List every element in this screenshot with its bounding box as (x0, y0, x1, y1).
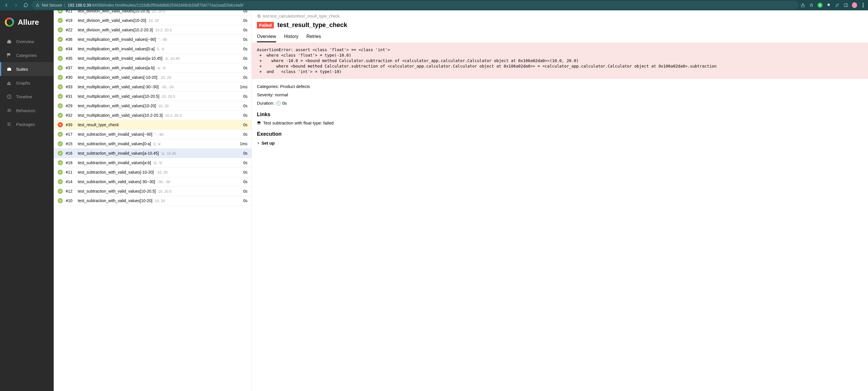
test-name: test_subtraction_with_valid_values[-30--… (78, 179, 155, 184)
status-pass-icon (58, 94, 63, 99)
execution-heading: Execution (257, 131, 863, 137)
link-item[interactable]: Test subtraction with float type: failed (257, 120, 863, 125)
sidebar-item-label: Categories (16, 53, 37, 58)
test-name: test_multiplication_with_invalid_values[… (78, 65, 155, 70)
test-duration: 0s (243, 28, 247, 32)
sidebar-item-label: Behaviors (16, 108, 35, 113)
panel-icon[interactable] (843, 3, 848, 8)
test-params: -10, 20 (156, 170, 167, 174)
test-path: test.test_calculator#test_result_type_ch… (257, 14, 863, 19)
test-list[interactable]: #21test_division_with_valid_values[10-20… (54, 10, 252, 391)
test-row[interactable]: #32test_multiplication_with_valid_values… (54, 111, 251, 120)
test-row[interactable]: #33test_multiplication_with_valid_values… (54, 82, 251, 92)
test-row[interactable]: #22test_division_with_valid_values[10.2-… (54, 25, 251, 35)
test-params: 0, 'a' (153, 142, 161, 146)
url-text: 192.168.0.39:64599/index.html#suites/115… (68, 3, 243, 7)
sidebar-item-timeline[interactable]: Timeline (0, 90, 54, 104)
share-icon[interactable] (800, 3, 805, 8)
test-row[interactable]: #34test_multiplication_with_invalid_valu… (54, 44, 251, 54)
test-number: #32 (66, 113, 75, 118)
test-number: #15 (66, 141, 75, 146)
test-row[interactable]: #15test_subtraction_with_invalid_values[… (54, 139, 251, 149)
test-number: #16 (66, 151, 75, 156)
test-number: #17 (66, 132, 75, 137)
test-row[interactable]: #21test_division_with_valid_values[10-20… (54, 10, 251, 16)
reload-button[interactable] (22, 1, 30, 9)
sidebar-item-packages[interactable]: Packages (0, 117, 54, 131)
test-name: test_multiplication_with_valid_values[10… (78, 113, 163, 118)
test-number: #33 (66, 85, 75, 89)
app-name: Allure (18, 18, 39, 27)
address-bar[interactable]: Not Secure | 192.168.0.39:64599/index.ht… (32, 1, 799, 9)
extension-leaf-icon[interactable] (835, 3, 840, 8)
test-row[interactable]: #29test_multiplication_with_valid_values… (54, 101, 251, 111)
status-pass-icon (58, 179, 63, 184)
back-button[interactable] (2, 1, 10, 9)
test-duration: 0s (243, 56, 247, 61)
test-row[interactable]: #30test_multiplication_with_valid_values… (54, 73, 251, 82)
test-duration: 0s (243, 113, 247, 118)
status-pass-icon (58, 113, 63, 118)
flag-icon (6, 53, 12, 58)
forward-button[interactable] (12, 1, 20, 9)
sidebar-item-label: Suites (16, 67, 28, 72)
status-pass-icon (58, 189, 63, 194)
test-name: test_division_with_valid_values[10-20] (78, 18, 146, 23)
test-duration: 0s (243, 94, 247, 99)
svg-point-3 (863, 3, 864, 4)
test-number: #30 (66, 75, 75, 80)
test-row[interactable]: #18test_subtraction_with_invalid_values[… (54, 158, 251, 168)
test-number: #19 (66, 18, 75, 23)
test-row[interactable]: #37test_multiplication_with_invalid_valu… (54, 63, 251, 73)
test-row[interactable]: #10test_subtraction_with_valid_values[10… (54, 196, 251, 205)
test-name: test_subtraction_with_invalid_values[a-1… (78, 151, 159, 156)
test-row[interactable]: #16test_subtraction_with_invalid_values[… (54, 149, 251, 158)
briefcase-icon (6, 66, 12, 72)
test-row[interactable]: #12test_subtraction_with_valid_values[10… (54, 187, 251, 196)
test-number: #12 (66, 189, 75, 194)
bookmark-star-icon[interactable] (809, 3, 814, 8)
sidebar-item-overview[interactable]: Overview (0, 34, 54, 48)
test-duration: 0s (243, 151, 247, 156)
test-params: -30, -30 (157, 180, 170, 184)
test-name: test_multiplication_with_invalid_values[… (78, 47, 155, 51)
test-params: 10, 20.5 (158, 189, 172, 194)
tab-overview[interactable]: Overview (257, 34, 276, 42)
tab-retries[interactable]: Retries (306, 34, 321, 42)
test-row[interactable]: #36test_multiplication_with_invalid_valu… (54, 35, 251, 44)
tab-history[interactable]: History (284, 34, 299, 42)
extensions-icon[interactable] (826, 3, 831, 8)
copy-icon[interactable] (257, 14, 261, 18)
test-name: test_subtraction_with_invalid_values[0-a… (78, 141, 151, 146)
setup-toggle[interactable]: Set up (257, 141, 863, 145)
test-params: 10.2, 20.3 (155, 28, 172, 32)
test-row[interactable]: #19test_division_with_valid_values[10-20… (54, 16, 251, 25)
sidebar-item-suites[interactable]: Suites (0, 62, 54, 76)
test-number: #11 (66, 170, 75, 174)
app-logo[interactable]: Allure (0, 13, 54, 34)
sidebar-item-categories[interactable]: Categories (0, 48, 54, 62)
test-params: -30, -30 (161, 85, 174, 89)
test-row[interactable]: #17test_subtraction_with_invalid_values[… (54, 130, 251, 139)
test-row[interactable]: #39test_result_type_check0s (54, 120, 251, 130)
test-title: test_result_type_check (277, 21, 347, 29)
test-duration: 0s (243, 122, 247, 127)
svg-rect-12 (258, 16, 260, 18)
browser-menu-icon[interactable] (861, 3, 866, 8)
test-params: 0, 'a' (157, 47, 165, 51)
test-row[interactable]: #31test_multiplication_with_valid_values… (54, 92, 251, 101)
sidebar-item-graphs[interactable]: Graphs (0, 76, 54, 90)
test-duration: 0s (243, 132, 247, 137)
sidebar-item-behaviors[interactable]: Behaviors (0, 104, 54, 117)
svg-rect-13 (257, 15, 259, 17)
extension-grammarly-icon[interactable]: G (817, 3, 823, 8)
test-params: -10, 20 (160, 75, 171, 80)
test-name: test_multiplication_with_invalid_values[… (78, 56, 162, 61)
test-row[interactable]: #11test_subtraction_with_valid_values[-1… (54, 168, 251, 177)
not-secure-icon (36, 3, 40, 7)
test-params: 10, 20.5 (162, 94, 175, 99)
test-row[interactable]: #14test_subtraction_with_valid_values[-3… (54, 177, 251, 187)
test-row[interactable]: #35test_multiplication_with_invalid_valu… (54, 54, 251, 63)
status-pass-icon (58, 56, 63, 61)
profile-avatar-icon[interactable] (852, 3, 857, 8)
